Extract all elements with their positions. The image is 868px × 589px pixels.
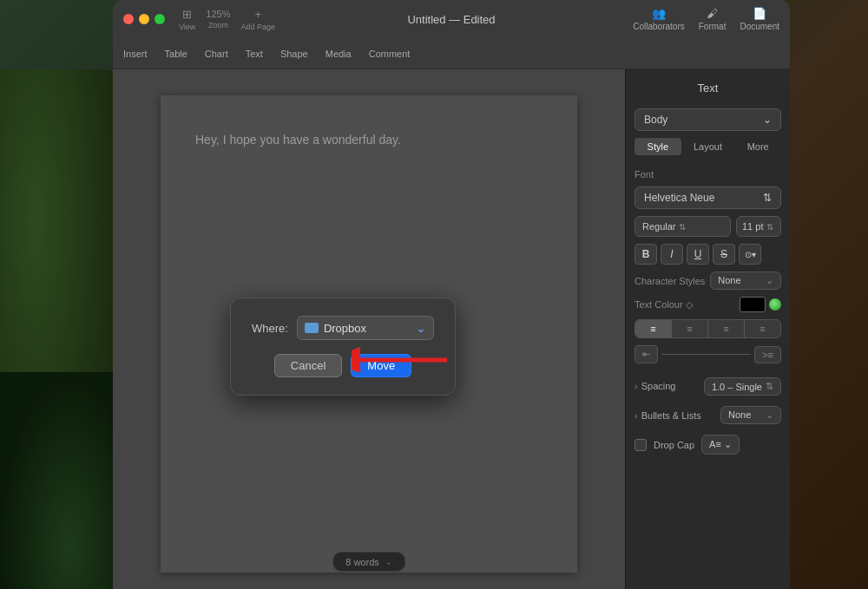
font-style-row: Regular ⇅ 11 pt ⇅: [635, 216, 781, 237]
app-window: ⊞ View 125% Zoom + Add Page Untitled — E…: [113, 0, 790, 589]
tab-style[interactable]: Style: [635, 138, 681, 155]
align-right-button[interactable]: ≡: [708, 320, 745, 337]
panel-title: Text: [635, 78, 781, 101]
arrow-svg: [352, 343, 456, 377]
title-bar: ⊞ View 125% Zoom + Add Page Untitled — E…: [113, 0, 790, 38]
font-name-value: Helvetica Neue: [644, 192, 714, 204]
spacing-row: › Spacing 1.0 – Single ⇅: [635, 376, 781, 396]
align-center-button[interactable]: ≡: [672, 320, 708, 337]
bullets-value: None: [728, 409, 751, 421]
indent-row: ⇤ >≡: [635, 345, 781, 363]
align-left-button[interactable]: ≡: [635, 320, 672, 337]
document-button[interactable]: 📄 Document: [740, 7, 779, 31]
underline-button[interactable]: U: [687, 244, 709, 265]
colour-swatch[interactable]: [740, 297, 766, 312]
drop-cap-label: Drop Cap: [654, 440, 694, 450]
tab-layout[interactable]: Layout: [685, 138, 732, 155]
title-bar-right: 👥 Collaborators 🖌 Format 📄 Document: [633, 7, 779, 31]
folder-icon: [305, 323, 319, 333]
tab-more[interactable]: More: [734, 138, 781, 155]
red-arrow: [352, 343, 456, 381]
bold-button[interactable]: B: [635, 244, 657, 265]
spacing-value: 1.0 – Single: [712, 382, 762, 392]
maximize-button[interactable]: [155, 14, 165, 24]
text-colour-label: Text Colour ◇: [635, 299, 693, 311]
italic-button[interactable]: I: [661, 244, 683, 265]
dialog-where-label: Where:: [252, 322, 288, 335]
dialog-overlay: Where: Dropbox ⌄ Cancel Move: [113, 69, 625, 589]
traffic-lights: [123, 14, 165, 24]
cancel-button[interactable]: Cancel: [274, 354, 342, 377]
font-style-value: Regular: [642, 221, 676, 232]
character-styles-selector[interactable]: None ⌄: [710, 272, 781, 290]
table-menu[interactable]: Table: [165, 49, 187, 59]
comment-menu[interactable]: Comment: [369, 49, 411, 59]
style-dropdown-arrow: ⌄: [763, 114, 772, 126]
font-name-selector[interactable]: Helvetica Neue ⇅: [635, 187, 781, 209]
align-justify-button[interactable]: ≡: [745, 320, 780, 337]
bullets-row: › Bullets & Lists None ⌄: [635, 406, 781, 424]
font-size-arrows: ⇅: [766, 222, 773, 232]
format-buttons-row: B I U S ⊙▾: [635, 244, 781, 265]
colour-controls: [740, 297, 781, 312]
dialog-folder-dropdown[interactable]: Dropbox ⌄: [297, 316, 434, 340]
alignment-row: ≡ ≡ ≡ ≡: [635, 319, 781, 338]
dropdown-arrow-icon: ⌄: [416, 321, 426, 335]
increase-indent-button[interactable]: >≡: [754, 346, 781, 363]
font-size-value: 11 pt: [742, 221, 763, 232]
drop-cap-checkbox[interactable]: [635, 439, 647, 451]
close-button[interactable]: [123, 14, 134, 24]
spacing-label: Spacing: [641, 381, 704, 391]
document-area[interactable]: Hey, I hope you have a wonderful day. 8 …: [113, 69, 625, 589]
shape-menu[interactable]: Shape: [280, 49, 308, 59]
zoom-control[interactable]: 125% Zoom: [206, 9, 230, 29]
chart-menu[interactable]: Chart: [205, 49, 228, 59]
spacing-dropdown[interactable]: 1.0 – Single ⇅: [704, 377, 781, 396]
right-panel: Text Body ⌄ Style Layout More Font Helve…: [625, 69, 790, 589]
colour-palette-button[interactable]: [769, 298, 781, 311]
format-button[interactable]: 🖌 Format: [699, 7, 727, 31]
collaborators-button[interactable]: 👥 Collaborators: [633, 7, 684, 31]
insert-menu[interactable]: Insert: [123, 49, 148, 59]
text-colour-row: Text Colour ◇: [635, 297, 781, 312]
decrease-indent-button[interactable]: ⇤: [635, 345, 658, 363]
style-value: Body: [644, 114, 667, 126]
style-dropdown[interactable]: Body ⌄: [635, 108, 781, 131]
font-size-selector[interactable]: 11 pt ⇅: [736, 216, 781, 237]
bullets-selector[interactable]: None ⌄: [720, 406, 781, 424]
text-menu[interactable]: Text: [246, 49, 263, 59]
character-styles-value: None: [718, 275, 740, 286]
font-selector-arrows: ⇅: [763, 192, 772, 204]
strikethrough-button[interactable]: S: [713, 244, 735, 265]
font-section-label: Font: [635, 169, 781, 180]
indent-divider: [661, 354, 751, 355]
dialog-where-row: Where: Dropbox ⌄: [252, 316, 434, 340]
toolbar: Insert Table Chart Text Shape Media Comm…: [113, 38, 790, 69]
dialog-folder-name: Dropbox: [324, 322, 366, 335]
add-page-button[interactable]: + Add Page: [241, 8, 276, 31]
minimize-button[interactable]: [139, 14, 149, 24]
media-menu[interactable]: Media: [326, 49, 352, 59]
bullets-label: Bullets & Lists: [641, 410, 715, 421]
view-control[interactable]: ⊞ View: [179, 8, 195, 31]
text-options-button[interactable]: ⊙▾: [739, 244, 761, 265]
character-styles-label: Character Styles: [635, 276, 705, 286]
window-title: Untitled — Edited: [407, 13, 495, 26]
spacing-toggle-label: ›: [635, 381, 638, 391]
main-content: Hey, I hope you have a wonderful day. 8 …: [113, 69, 790, 589]
character-styles-row: Character Styles None ⌄: [635, 272, 781, 290]
drop-cap-selector[interactable]: A≡ ⌄: [701, 435, 740, 455]
panel-tabs: Style Layout More: [635, 138, 781, 155]
font-style-arrows: ⇅: [679, 222, 686, 232]
drop-cap-row: Drop Cap A≡ ⌄: [635, 435, 781, 455]
font-style-selector[interactable]: Regular ⇅: [635, 216, 731, 237]
